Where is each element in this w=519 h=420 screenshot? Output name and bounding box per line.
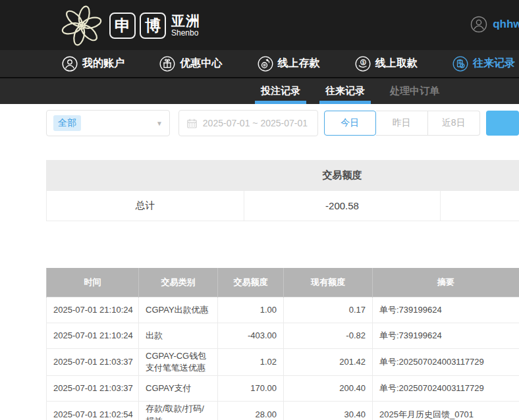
tab-pending-orders[interactable]: 处理中订单 xyxy=(384,78,445,104)
summary-total-label: 总计 xyxy=(47,191,244,221)
summary-header-empty2 xyxy=(441,161,519,191)
cell-time: 2025-07-01 21:03:37 xyxy=(47,376,139,402)
cell-category: CGPAY支付 xyxy=(139,376,218,402)
type-select[interactable]: 全部 ▼ xyxy=(46,110,170,136)
table-row: 2025-07-01 21:10:24 出款 -403.00 -0.82 单号:… xyxy=(47,323,519,349)
records-tab-bar: 投注记录 往来记录 处理中订单 xyxy=(0,78,519,104)
cell-balance: 200.40 xyxy=(284,376,373,402)
cell-memo: 单号:202507024003117729 xyxy=(373,376,519,402)
summary-total-value: -200.58 xyxy=(244,191,441,221)
avatar-icon xyxy=(470,16,487,33)
search-button[interactable] xyxy=(486,111,519,136)
cell-time: 2025-07-01 21:03:37 xyxy=(47,349,139,376)
cell-time: 2025-07-01 21:10:24 xyxy=(47,298,139,323)
cell-memo: 单号:739199624 xyxy=(373,298,519,323)
table-row: 2025-07-01 21:03:37 CGPAY-CG钱包支付笔笔送优惠 1.… xyxy=(47,349,519,376)
cell-amount: 170.00 xyxy=(218,376,284,402)
cell-memo: 2025年月历史回馈_0701 xyxy=(373,402,519,420)
col-header-amount: 交易额度 xyxy=(218,268,284,298)
cell-category: 存款/取款/打码/损益 xyxy=(139,402,218,420)
main-nav: 我的账户 优惠中心 线上存款 xyxy=(0,50,519,78)
cell-category: CGPAY-CG钱包支付笔笔送优惠 xyxy=(139,349,218,376)
cell-balance: -0.82 xyxy=(284,323,373,349)
cell-category: 出款 xyxy=(139,323,218,349)
summary-total-empty xyxy=(441,191,519,221)
cell-amount: 1.02 xyxy=(218,349,284,376)
table-header-row: 时间 交易类别 交易额度 现有额度 摘要 xyxy=(47,268,519,298)
cell-balance: 30.40 xyxy=(284,402,373,420)
cell-memo: 单号:202507024003117729 xyxy=(373,349,519,376)
date-range-value: 2025-07-01 ~ 2025-07-01 xyxy=(203,118,308,128)
tab-transaction-records[interactable]: 往来记录 xyxy=(319,78,371,104)
cell-amount: 28.00 xyxy=(218,402,284,420)
summary-table: 交易额度 总计 -200.58 xyxy=(46,160,519,221)
quick-date-buttons: 今日 昨日 近8日 xyxy=(324,111,480,136)
records-icon xyxy=(452,56,468,72)
deposit-icon xyxy=(258,56,273,72)
nav-my-account[interactable]: 我的账户 xyxy=(62,56,124,72)
filter-row: 全部 ▼ 2025-07-01 ~ 2025-07-01 今日 昨日 近8日 xyxy=(0,104,519,136)
col-header-balance: 现有额度 xyxy=(284,268,373,298)
cell-time: 2025-07-01 21:02:54 xyxy=(47,402,139,420)
col-header-time: 时间 xyxy=(47,268,139,298)
summary-header-row: 交易额度 xyxy=(47,161,519,191)
today-button[interactable]: 今日 xyxy=(324,111,376,136)
cell-amount: 1.00 xyxy=(218,298,284,323)
user-icon xyxy=(62,56,78,72)
cell-balance: 0.17 xyxy=(284,298,373,323)
nav-promo-center[interactable]: 优惠中心 xyxy=(159,56,222,72)
summary-total-row: 总计 -200.58 xyxy=(47,191,519,221)
table-row: 2025-07-01 21:02:54 存款/取款/打码/损益 28.00 30… xyxy=(47,402,519,420)
cell-time: 2025-07-01 21:10:24 xyxy=(47,323,139,349)
flower-logo-icon xyxy=(61,5,103,47)
nav-online-deposit[interactable]: 线上存款 xyxy=(258,56,320,72)
top-bar: 申 博 亚洲 Shenbo qhhw2 xyxy=(0,0,519,50)
cell-memo: 单号:739199624 xyxy=(373,323,519,349)
withdraw-icon: $ xyxy=(355,56,371,72)
type-selected-chip: 全部 xyxy=(53,115,81,131)
chevron-down-icon: ▼ xyxy=(156,120,163,127)
nav-transaction-records[interactable]: 往来记录 xyxy=(452,56,515,72)
table-row: 2025-07-01 21:10:24 CGPAY出款优惠 1.00 0.17 … xyxy=(47,298,519,323)
logo-region-text: 亚洲 xyxy=(171,13,200,28)
summary-header-empty xyxy=(47,161,244,191)
nav-online-withdraw[interactable]: $ 线上取款 xyxy=(355,56,418,72)
last8days-button[interactable]: 近8日 xyxy=(428,111,480,136)
cell-category: CGPAY出款优惠 xyxy=(139,298,218,323)
cell-amount: -403.00 xyxy=(218,323,284,349)
logo-sub-text: Shenbo xyxy=(171,28,200,38)
table-row: 2025-07-01 21:03:37 CGPAY支付 170.00 200.4… xyxy=(47,376,519,402)
logo-char-shen: 申 xyxy=(109,13,136,39)
col-header-category: 交易类别 xyxy=(139,268,218,298)
svg-text:$: $ xyxy=(362,60,364,65)
cell-balance: 201.42 xyxy=(284,349,373,376)
gift-icon xyxy=(159,56,175,72)
user-account[interactable]: qhhw2 xyxy=(470,16,519,33)
transactions-table: 时间 交易类别 交易额度 现有额度 摘要 2025-07-01 21:10:24… xyxy=(46,268,519,420)
brand-logo[interactable]: 申 博 亚洲 Shenbo xyxy=(61,5,200,47)
summary-header-amount: 交易额度 xyxy=(244,161,441,191)
yesterday-button[interactable]: 昨日 xyxy=(376,111,428,136)
date-range-input[interactable]: 2025-07-01 ~ 2025-07-01 xyxy=(178,110,318,136)
tab-betting-records[interactable]: 投注记录 xyxy=(255,78,306,104)
username-text: qhhw2 xyxy=(493,18,519,31)
logo-char-bo: 博 xyxy=(140,13,166,39)
calendar-icon xyxy=(187,118,197,128)
col-header-memo: 摘要 xyxy=(373,268,519,298)
